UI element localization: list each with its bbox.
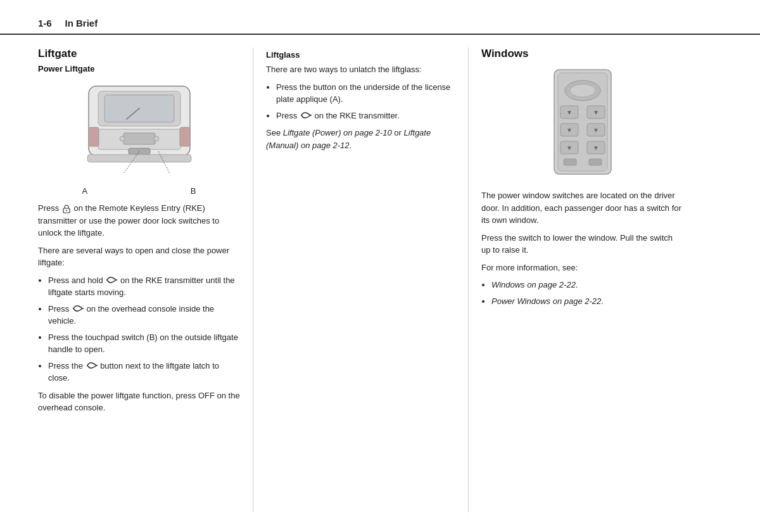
window-panel-illustration: ▼ ▼ ▼ ▼ ▼ ▼ bbox=[542, 66, 624, 180]
rke-icon-4 bbox=[300, 111, 312, 119]
liftglass-title: Liftglass bbox=[266, 50, 455, 60]
svg-rect-10 bbox=[180, 127, 190, 146]
liftgate-intro: Press on the Remote Keyless Entry (RKE) … bbox=[38, 202, 240, 239]
rke-icon-3 bbox=[86, 362, 98, 369]
section-title: In Brief bbox=[65, 18, 98, 28]
page-header-text: 1-6 In Brief bbox=[38, 18, 98, 28]
label-b: B bbox=[191, 186, 196, 196]
lock-icon bbox=[62, 205, 71, 213]
car-rear-illustration bbox=[76, 80, 203, 181]
windows-desc2: Press the switch to lower the window. Pu… bbox=[481, 232, 684, 256]
bullet-4: Press the button next to the liftgate la… bbox=[48, 360, 240, 384]
svg-rect-30 bbox=[564, 159, 576, 165]
windows-bullet-1: Windows on page 2-22. bbox=[491, 279, 684, 291]
bullet-3: Press the touchpad switch (B) on the out… bbox=[48, 331, 240, 356]
col-liftglass: Liftglass There are two ways to unlatch … bbox=[253, 48, 469, 512]
liftgate-title: Liftgate bbox=[38, 48, 240, 60]
liftgate-disable-text: To disable the power liftgate function, … bbox=[38, 390, 240, 414]
svg-text:▼: ▼ bbox=[566, 109, 573, 116]
svg-rect-9 bbox=[89, 127, 99, 146]
svg-point-15 bbox=[66, 210, 67, 211]
svg-point-7 bbox=[154, 136, 159, 141]
windows-bullet-2: Power Windows on page 2-22. bbox=[491, 295, 684, 308]
windows-desc1: The power window switches are located on… bbox=[481, 189, 684, 227]
windows-bullets: Windows on page 2-22. Power Windows on p… bbox=[491, 279, 684, 307]
illustration-labels: A B bbox=[82, 186, 196, 196]
content-area: Liftgate Power Liftgate bbox=[0, 35, 760, 525]
see-also-text: See Liftgate (Power) on page 2-10 or Lif… bbox=[266, 127, 455, 151]
section-num: 1-6 bbox=[38, 18, 52, 28]
liftglass-bullet-1: Press the button on the underside of the… bbox=[276, 81, 455, 106]
liftgate-ways-text: There are several ways to open and close… bbox=[38, 244, 240, 269]
svg-point-6 bbox=[120, 136, 125, 141]
bullet-1: Press and hold on the RKE transmitter un… bbox=[48, 274, 240, 299]
rke-icon-2 bbox=[72, 305, 84, 312]
page-wrapper: 1-6 In Brief Liftgate Power Liftgate bbox=[0, 0, 760, 532]
svg-text:▼: ▼ bbox=[593, 109, 599, 116]
col-windows: Windows bbox=[469, 48, 684, 512]
liftglass-bullets: Press the button on the underside of the… bbox=[276, 81, 455, 122]
liftglass-intro: There are two ways to unlatch the liftgl… bbox=[266, 63, 455, 76]
label-a: A bbox=[82, 186, 88, 196]
page-header: 1-6 In Brief bbox=[0, 0, 760, 35]
power-liftgate-subtitle: Power Liftgate bbox=[38, 64, 240, 73]
col-liftgate: Liftgate Power Liftgate bbox=[38, 48, 253, 512]
svg-text:▼: ▼ bbox=[566, 127, 573, 134]
svg-text:▼: ▼ bbox=[566, 144, 573, 151]
svg-rect-11 bbox=[87, 155, 191, 162]
svg-point-23 bbox=[570, 84, 595, 97]
liftglass-bullet-2: Press on the RKE transmitter. bbox=[276, 110, 455, 122]
svg-text:▼: ▼ bbox=[593, 127, 599, 134]
svg-text:▼: ▼ bbox=[593, 144, 599, 151]
windows-more-info: For more information, see: bbox=[481, 262, 684, 274]
windows-title: Windows bbox=[481, 48, 684, 60]
liftgate-bullets: Press and hold on the RKE transmitter un… bbox=[48, 274, 240, 384]
svg-rect-31 bbox=[589, 159, 602, 165]
svg-rect-5 bbox=[124, 133, 155, 144]
rke-icon-1 bbox=[106, 276, 117, 284]
bullet-2: Press on the overhead console inside the… bbox=[48, 303, 240, 327]
